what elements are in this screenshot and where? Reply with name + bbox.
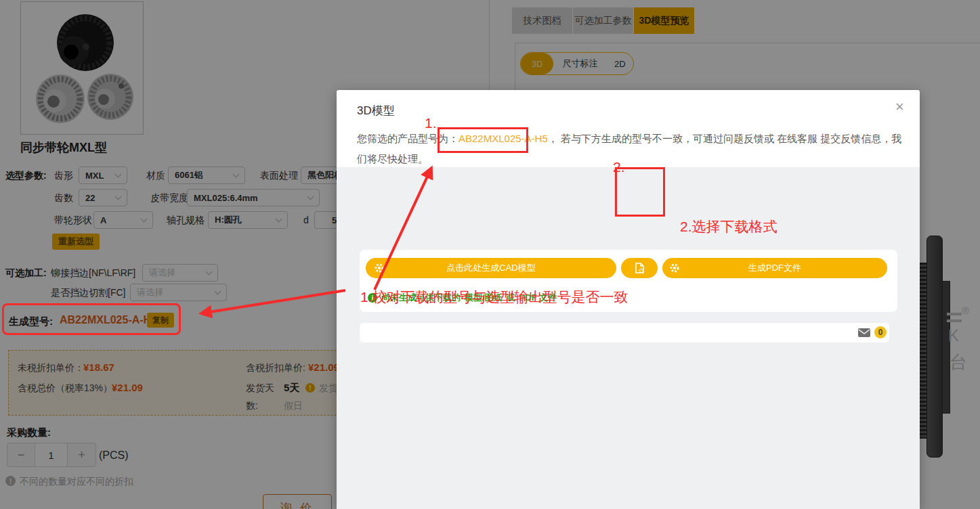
file-download-icon xyxy=(633,262,645,274)
not-generated-info: i 尚未生成可供下载的 模型/图纸 或 PDF 文件 xyxy=(368,292,557,304)
mail-icon[interactable] xyxy=(858,328,870,337)
modal-title: 3D模型 xyxy=(357,103,395,118)
info-pdf-link: PDF 文件 xyxy=(519,292,557,304)
info-model-link: 模型/图纸 xyxy=(465,292,503,304)
info-icon: i xyxy=(368,293,377,303)
modal-description: 您筛选的产品型号为：AB22MXL025-A-H5， 若与下方生成的型号不一致，… xyxy=(357,129,903,169)
close-icon[interactable]: × xyxy=(895,99,904,114)
mail-count-badge: 0 xyxy=(874,326,887,338)
download-format-button[interactable] xyxy=(621,258,658,278)
modal-model-number: AB22MXL025-A-H5 xyxy=(459,133,548,144)
desc-prefix: 您筛选的产品型号为： xyxy=(357,133,459,144)
generate-panel: 点击此处生成CAD模型 生成PDF文件 xyxy=(360,250,897,312)
modal-3d-model: 3D模型 × 您筛选的产品型号为：AB22MXL025-A-H5， 若与下方生成… xyxy=(337,90,920,509)
generate-pdf-button[interactable]: 生成PDF文件 xyxy=(662,258,887,278)
generate-pdf-label: 生成PDF文件 xyxy=(748,262,801,274)
info-prefix: 尚未生成可供下载的 xyxy=(381,292,461,304)
generate-cad-button[interactable]: 点击此处生成CAD模型 xyxy=(366,258,616,278)
gear-icon xyxy=(374,263,385,273)
info-mid: 或 xyxy=(507,292,515,304)
pdf-gear-icon xyxy=(669,263,680,273)
generate-cad-label: 点击此处生成CAD模型 xyxy=(446,262,535,274)
viewer-iframe-area: 点击此处生成CAD模型 生成PDF文件 xyxy=(337,167,920,509)
message-bar: 0 xyxy=(360,323,889,342)
